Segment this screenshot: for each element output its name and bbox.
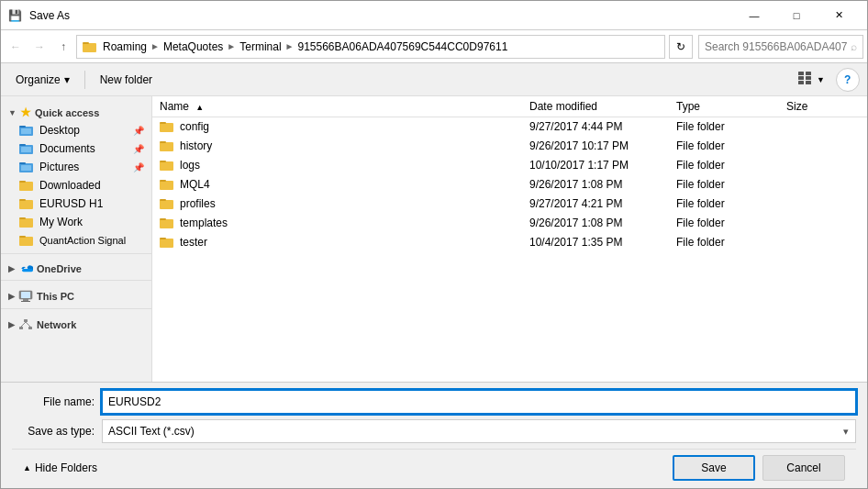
cancel-button[interactable]: Cancel [762, 455, 845, 481]
sidebar-section-thispc[interactable]: ▶ This PC [1, 284, 151, 305]
sidebar-item-documents[interactable]: Documents 📌 [1, 139, 151, 158]
search-input[interactable] [705, 40, 847, 53]
col-header-date[interactable]: Date modified [529, 100, 676, 113]
save-button[interactable]: Save [673, 455, 755, 481]
breadcrumb-roaming[interactable]: Roaming [103, 40, 147, 53]
folder-icon-mql4 [160, 178, 174, 191]
view-button[interactable]: ▼ [791, 68, 832, 92]
svg-rect-46 [160, 218, 166, 220]
thispc-label: This PC [37, 291, 74, 302]
organize-arrow: ▾ [64, 73, 70, 86]
svg-rect-28 [23, 299, 28, 301]
svg-rect-38 [160, 141, 166, 143]
new-folder-label: New folder [100, 73, 152, 86]
titlebar-controls: — □ ✕ [733, 1, 860, 30]
svg-rect-21 [19, 218, 33, 228]
file-row-logs[interactable]: logs 10/10/2017 1:17 PM File folder [152, 156, 867, 175]
svg-rect-44 [160, 199, 166, 201]
thispc-icon [18, 290, 33, 303]
svg-rect-36 [160, 122, 166, 124]
hide-folders-label: Hide Folders [35, 461, 97, 474]
svg-rect-13 [21, 147, 31, 152]
sidebar-item-pictures-label: Pictures [39, 161, 79, 173]
sidebar-section-quick-access[interactable]: ▼ ★ Quick access [1, 100, 151, 121]
svg-rect-17 [19, 182, 33, 191]
breadcrumb-guid[interactable]: 915566BA06ADA407569C544CC0D97611 [297, 40, 507, 53]
new-folder-button[interactable]: New folder [93, 68, 160, 92]
breadcrumb-arrow-2: ► [227, 41, 236, 51]
view-arrow: ▼ [817, 75, 825, 84]
breadcrumb-metaquotes[interactable]: MetaQuotes [163, 40, 223, 53]
cancel-label: Cancel [786, 461, 820, 474]
col-header-type[interactable]: Type [676, 100, 786, 113]
svg-rect-1 [83, 42, 89, 44]
sidebar-section-network[interactable]: ▶ Network [1, 313, 151, 333]
breadcrumb-folder-icon [83, 39, 97, 54]
svg-line-34 [26, 322, 30, 327]
maximize-button[interactable]: □ [775, 1, 818, 30]
svg-rect-35 [160, 123, 173, 132]
sidebar-item-downloaded[interactable]: Downloaded [1, 176, 151, 194]
sidebar: ▼ ★ Quick access Desktop 📌 D [1, 96, 152, 382]
svg-rect-37 [160, 142, 173, 151]
file-type-logs: File folder [676, 159, 786, 172]
action-buttons: Save Cancel [673, 455, 845, 481]
network-chevron: ▶ [8, 320, 15, 329]
toolbar: Organize ▾ New folder ▼ ? [1, 63, 867, 96]
breadcrumb-arrow-3: ► [285, 41, 295, 51]
svg-rect-9 [19, 126, 26, 128]
file-row-templates[interactable]: templates 9/26/2017 1:08 PM File folder [152, 214, 867, 233]
up-button[interactable]: ↑ [52, 36, 74, 58]
file-date-logs: 10/10/2017 1:17 PM [529, 159, 676, 172]
breadcrumb[interactable]: Roaming ► MetaQuotes ► Terminal ► 915566… [76, 35, 665, 59]
breadcrumb-terminal[interactable]: Terminal [239, 40, 281, 53]
quick-access-star-icon: ★ [20, 106, 31, 119]
sidebar-item-my-work[interactable]: My Work [1, 213, 151, 231]
file-row-tester[interactable]: tester 10/4/2017 1:35 PM File folder [152, 233, 867, 252]
svg-rect-43 [160, 200, 173, 209]
bottom-actions: ▲ Hide Folders Save Cancel [12, 449, 856, 481]
sidebar-section-onedrive[interactable]: ▶ OneDrive [1, 258, 151, 276]
sidebar-item-pictures[interactable]: Pictures 📌 [1, 158, 151, 176]
sidebar-item-eurusd-h1[interactable]: EURUSD H1 [1, 194, 151, 213]
folder-icon-templates [160, 217, 174, 229]
help-button[interactable]: ? [836, 68, 860, 92]
svg-rect-27 [21, 292, 30, 298]
minimize-button[interactable]: — [733, 1, 775, 30]
sidebar-item-quantaction[interactable]: QuantAction Signal [1, 231, 151, 250]
col-header-size[interactable]: Size [786, 100, 860, 113]
svg-rect-3 [806, 72, 811, 75]
file-type-config: File folder [676, 120, 786, 133]
breadcrumb-arrow-1: ► [150, 41, 160, 51]
svg-rect-22 [19, 217, 26, 219]
file-row-profiles[interactable]: profiles 9/27/2017 4:21 PM File folder [152, 194, 867, 214]
svg-rect-2 [798, 72, 804, 75]
close-button[interactable]: ✕ [818, 1, 860, 30]
forward-button[interactable]: → [28, 36, 50, 58]
sidebar-divider-1 [1, 253, 151, 254]
refresh-button[interactable]: ↻ [669, 35, 693, 59]
file-row-history[interactable]: history 9/26/2017 10:17 PM File folder [152, 137, 867, 156]
hide-folders-button[interactable]: ▲ Hide Folders [23, 461, 97, 474]
sidebar-item-desktop[interactable]: Desktop 📌 [1, 121, 151, 139]
svg-rect-7 [806, 81, 811, 84]
pin-icon-documents: 📌 [133, 144, 144, 154]
main-content: ▼ ★ Quick access Desktop 📌 D [1, 96, 867, 382]
pin-icon-desktop: 📌 [133, 126, 144, 136]
file-row-mql4[interactable]: MQL4 9/26/2017 1:08 PM File folder [152, 175, 867, 194]
file-type-history: File folder [676, 139, 786, 152]
view-icon [798, 72, 813, 87]
folder-icon-config [160, 120, 174, 133]
file-type-tester: File folder [676, 236, 786, 249]
organize-button[interactable]: Organize ▾ [8, 68, 77, 92]
folder-icon-pictures [19, 161, 34, 173]
file-row-config[interactable]: config 9/27/2017 4:44 PM File folder [152, 117, 867, 137]
save-label: Save [701, 461, 726, 474]
filename-input[interactable] [102, 390, 856, 414]
back-button[interactable]: ← [5, 36, 27, 58]
savetype-select[interactable]: ASCII Text (*.csv) CSV (*.csv) Text (*.t… [102, 419, 856, 443]
svg-rect-5 [806, 76, 811, 80]
file-type-templates: File folder [676, 217, 786, 229]
col-header-name[interactable]: Name ▲ [160, 100, 529, 113]
folder-icon-downloaded [19, 179, 34, 192]
